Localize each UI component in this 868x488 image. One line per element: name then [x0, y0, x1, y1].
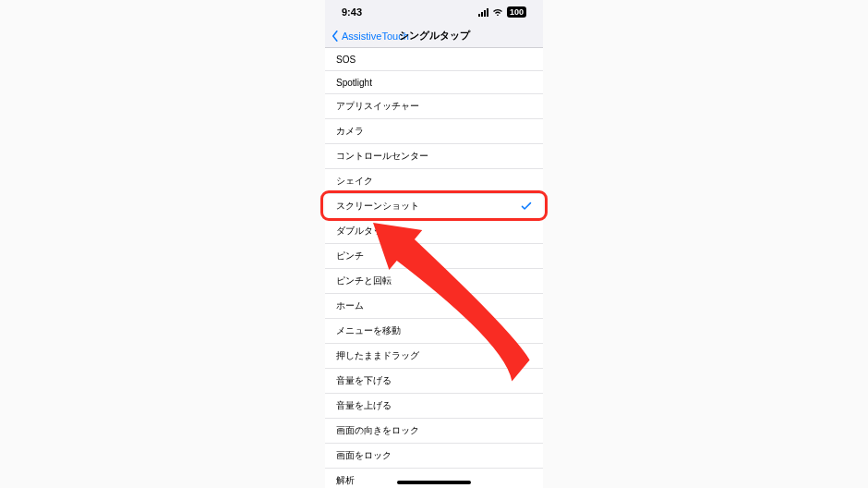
option-row[interactable]: Spotlight [325, 71, 543, 94]
status-bar: 9:43 100 [325, 0, 543, 24]
home-indicator [397, 481, 471, 484]
nav-bar: AssistiveTouch シングルタップ [325, 24, 543, 48]
option-row[interactable]: 画面をロック [325, 444, 543, 469]
option-label: メニューを移動 [336, 324, 401, 337]
options-list[interactable]: SOSSpotlightアプリスイッチャーカメラコントロールセンターシェイクスク… [325, 48, 543, 488]
back-button[interactable]: AssistiveTouch [331, 30, 409, 42]
battery-badge: 100 [507, 6, 526, 18]
option-label: 画面をロック [336, 449, 392, 462]
option-row[interactable]: ピンチ [325, 244, 543, 269]
option-label: ダブルタップ [336, 225, 392, 238]
option-row[interactable]: ホーム [325, 294, 543, 319]
option-row[interactable]: ダブルタップ [325, 219, 543, 244]
option-label: 画面の向きをロック [336, 424, 419, 437]
option-label: ピンチ [336, 250, 364, 262]
option-label: SOS [336, 55, 356, 65]
option-label: 音量を下げる [336, 374, 392, 387]
option-row[interactable]: 音量を下げる [325, 369, 543, 394]
option-label: 音量を上げる [336, 399, 392, 412]
chevron-left-icon [331, 30, 340, 42]
option-label: ピンチと回転 [336, 274, 392, 287]
cellular-signal-icon [478, 8, 488, 17]
option-label: スクリーンショット [336, 200, 419, 213]
option-row[interactable]: 押したままドラッグ [325, 344, 543, 369]
option-row[interactable]: SOS [325, 48, 543, 71]
option-label: コントロールセンター [336, 150, 428, 163]
status-right: 100 [478, 6, 526, 18]
checkmark-icon [521, 201, 532, 212]
option-label: カメラ [336, 125, 364, 138]
option-label: シェイク [336, 175, 373, 188]
status-time: 9:43 [342, 6, 362, 18]
option-row[interactable]: 解析 [325, 469, 543, 488]
option-label: 押したままドラッグ [336, 349, 419, 362]
option-label: 解析 [336, 474, 355, 487]
option-label: ホーム [336, 299, 364, 312]
option-label: アプリスイッチャー [336, 100, 419, 113]
option-label: Spotlight [336, 78, 372, 88]
option-row[interactable]: 画面の向きをロック [325, 419, 543, 444]
option-row[interactable]: コントロールセンター [325, 144, 543, 169]
option-row[interactable]: スクリーンショット [325, 194, 543, 219]
option-row[interactable]: ピンチと回転 [325, 269, 543, 294]
phone-screen: 9:43 100 AssistiveTouch シングルタップ SOSSpotl… [325, 0, 543, 488]
option-row[interactable]: アプリスイッチャー [325, 94, 543, 119]
option-row[interactable]: 音量を上げる [325, 394, 543, 419]
wifi-icon [492, 8, 503, 17]
option-row[interactable]: メニューを移動 [325, 319, 543, 344]
option-row[interactable]: カメラ [325, 119, 543, 144]
back-label: AssistiveTouch [342, 30, 409, 42]
stage: 9:43 100 AssistiveTouch シングルタップ SOSSpotl… [0, 0, 868, 488]
option-row[interactable]: シェイク [325, 169, 543, 194]
